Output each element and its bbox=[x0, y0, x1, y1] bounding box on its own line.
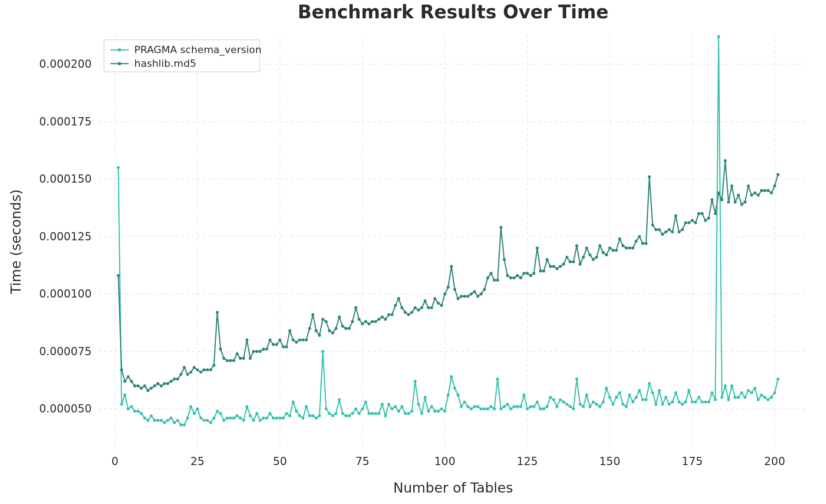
series-marker-0 bbox=[420, 412, 423, 415]
series-marker-0 bbox=[622, 403, 624, 406]
series-marker-0 bbox=[321, 350, 324, 352]
series-marker-1 bbox=[724, 159, 727, 162]
x-tick-label: 150 bbox=[599, 455, 620, 468]
legend-label: PRAGMA schema_version bbox=[134, 44, 262, 56]
series-marker-1 bbox=[704, 219, 707, 222]
series-marker-0 bbox=[730, 385, 733, 387]
y-tick-label: 0.000175 bbox=[39, 115, 92, 128]
series-marker-0 bbox=[295, 410, 298, 412]
series-marker-0 bbox=[285, 412, 288, 415]
series-marker-1 bbox=[166, 382, 169, 385]
series-marker-1 bbox=[312, 313, 314, 316]
series-marker-1 bbox=[232, 359, 235, 362]
series-marker-1 bbox=[404, 311, 406, 314]
series-marker-1 bbox=[463, 295, 466, 298]
series-marker-1 bbox=[664, 230, 667, 233]
series-marker-0 bbox=[361, 407, 364, 410]
series-marker-0 bbox=[470, 407, 472, 410]
series-marker-0 bbox=[202, 419, 205, 422]
series-marker-1 bbox=[460, 295, 463, 298]
series-marker-0 bbox=[242, 419, 245, 422]
series-marker-1 bbox=[400, 306, 403, 309]
series-marker-1 bbox=[575, 244, 578, 247]
series-marker-0 bbox=[209, 421, 212, 424]
series-marker-1 bbox=[377, 318, 380, 320]
series-marker-1 bbox=[229, 359, 232, 362]
series-marker-0 bbox=[252, 419, 255, 422]
series-marker-1 bbox=[331, 331, 334, 334]
series-marker-1 bbox=[156, 382, 159, 385]
series-marker-1 bbox=[180, 373, 182, 376]
series-marker-0 bbox=[358, 412, 361, 415]
series-marker-1 bbox=[252, 350, 255, 352]
series-marker-1 bbox=[684, 221, 687, 224]
series-marker-0 bbox=[170, 417, 172, 419]
series-marker-1 bbox=[305, 338, 307, 341]
series-marker-1 bbox=[371, 320, 373, 323]
series-marker-1 bbox=[430, 306, 433, 309]
series-marker-0 bbox=[338, 398, 340, 401]
series-marker-1 bbox=[618, 238, 621, 240]
series-marker-0 bbox=[117, 166, 120, 169]
series-marker-1 bbox=[529, 274, 532, 277]
series-marker-1 bbox=[757, 194, 760, 196]
series-marker-1 bbox=[542, 270, 545, 272]
series-marker-1 bbox=[170, 380, 172, 383]
series-line-1 bbox=[118, 161, 778, 390]
series-marker-0 bbox=[486, 407, 489, 410]
series-marker-1 bbox=[338, 315, 340, 318]
series-marker-1 bbox=[242, 357, 245, 360]
series-marker-1 bbox=[262, 347, 265, 350]
series-marker-0 bbox=[275, 417, 278, 419]
series-marker-1 bbox=[667, 228, 670, 231]
series-marker-1 bbox=[410, 311, 413, 314]
series-marker-1 bbox=[325, 320, 328, 323]
series-marker-1 bbox=[219, 347, 222, 350]
series-marker-0 bbox=[697, 396, 700, 399]
series-marker-0 bbox=[667, 403, 670, 406]
series-marker-1 bbox=[760, 189, 763, 192]
series-marker-1 bbox=[694, 221, 697, 224]
series-marker-1 bbox=[773, 184, 776, 187]
series-marker-1 bbox=[526, 272, 529, 275]
series-marker-1 bbox=[506, 274, 509, 277]
y-tick-label: 0.000200 bbox=[39, 58, 92, 70]
series-marker-0 bbox=[582, 405, 585, 408]
series-marker-1 bbox=[173, 378, 175, 380]
series-marker-1 bbox=[631, 247, 634, 249]
series-marker-0 bbox=[150, 414, 153, 417]
series-marker-1 bbox=[268, 338, 271, 341]
series-marker-0 bbox=[397, 410, 400, 412]
series-marker-1 bbox=[651, 223, 654, 226]
series-marker-0 bbox=[407, 412, 410, 415]
series-marker-1 bbox=[298, 338, 301, 341]
y-tick-label: 0.000050 bbox=[39, 402, 92, 415]
series-marker-0 bbox=[516, 405, 519, 408]
series-marker-1 bbox=[622, 244, 624, 247]
series-marker-0 bbox=[140, 412, 142, 415]
series-marker-1 bbox=[595, 256, 598, 259]
series-marker-1 bbox=[206, 369, 208, 371]
series-marker-0 bbox=[400, 405, 403, 408]
series-marker-0 bbox=[391, 407, 394, 410]
series-marker-1 bbox=[440, 304, 443, 307]
series-marker-0 bbox=[371, 412, 373, 415]
series-marker-1 bbox=[582, 256, 585, 259]
series-marker-0 bbox=[747, 389, 749, 392]
series-marker-1 bbox=[183, 366, 186, 369]
series-marker-0 bbox=[394, 405, 397, 408]
series-marker-0 bbox=[123, 394, 126, 396]
series-marker-1 bbox=[153, 385, 156, 387]
series-marker-0 bbox=[328, 412, 331, 415]
series-marker-0 bbox=[542, 407, 545, 410]
series-marker-0 bbox=[143, 417, 146, 419]
series-marker-0 bbox=[196, 407, 199, 410]
y-tick-label: 0.000100 bbox=[39, 287, 92, 300]
series-marker-1 bbox=[387, 313, 390, 316]
series-marker-1 bbox=[318, 334, 321, 336]
series-marker-0 bbox=[625, 405, 628, 408]
series-marker-1 bbox=[523, 272, 525, 275]
series-marker-0 bbox=[216, 410, 219, 412]
series-marker-0 bbox=[605, 387, 608, 390]
series-marker-0 bbox=[645, 398, 647, 401]
